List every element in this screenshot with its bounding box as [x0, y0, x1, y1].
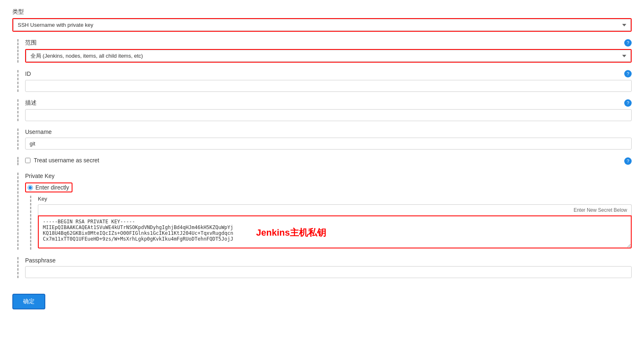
username-input[interactable] — [25, 138, 632, 150]
treat-username-label: Treat username as secret — [34, 157, 99, 164]
description-input[interactable] — [25, 109, 632, 121]
type-select[interactable]: SSH Username with private keyUsername wi… — [13, 19, 631, 31]
treat-username-help-icon[interactable]: ? — [624, 157, 632, 165]
type-label: 类型 — [12, 8, 24, 16]
id-input[interactable] — [25, 80, 632, 92]
id-help-icon[interactable]: ? — [624, 70, 632, 77]
scope-select[interactable]: 全局 (Jenkins, nodes, items, all child ite… — [26, 50, 631, 62]
id-label: ID — [25, 70, 622, 77]
treat-username-checkbox[interactable] — [25, 158, 30, 163]
username-label: Username — [25, 129, 632, 135]
description-label: 描述 — [25, 99, 622, 107]
enter-directly-radio[interactable] — [28, 185, 33, 190]
passphrase-label: Passphrase — [25, 257, 632, 264]
scope-label: 范围 — [25, 39, 622, 47]
scope-help-icon[interactable]: ? — [624, 39, 632, 47]
enter-directly-text: Enter directly — [35, 184, 69, 191]
key-label: Key — [38, 196, 632, 202]
key-textarea[interactable] — [38, 215, 632, 248]
description-help-icon[interactable]: ? — [624, 99, 632, 107]
secret-hint-bar: Enter New Secret Below — [38, 204, 632, 215]
private-key-label: Private Key — [25, 173, 632, 179]
passphrase-input[interactable] — [25, 266, 632, 278]
enter-directly-radio-label[interactable]: Enter directly — [25, 183, 72, 192]
confirm-button[interactable]: 确定 — [12, 294, 45, 309]
